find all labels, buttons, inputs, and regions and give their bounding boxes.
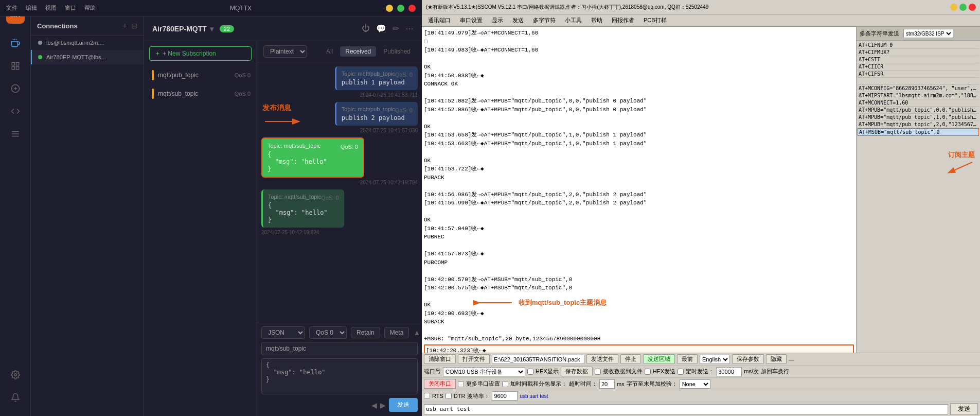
hide-btn[interactable]: 隐藏 [766, 354, 787, 364]
hex-send-checkbox[interactable] [645, 369, 651, 375]
tab-published[interactable]: Published [378, 46, 416, 57]
multistr-item-6[interactable]: AT+MCONFIG="866289037465624", "user", "p… [858, 85, 979, 92]
connection-item-1[interactable]: lbs@lbsmqtt.airm2m.... [31, 36, 144, 50]
sscom-maximize[interactable] [959, 4, 967, 11]
subscription-item-2[interactable]: mqtt/sub_topic QoS 0 [144, 84, 257, 103]
sidebar-item-bell[interactable] [6, 388, 25, 407]
edit-icon[interactable]: ✏ [393, 24, 399, 33]
qos-select[interactable]: QoS 0 QoS 1 QoS 2 [309, 326, 347, 339]
more-port-checkbox[interactable] [458, 381, 464, 387]
multistr-title: 多条字符串发送 stm32/GB32 ISP STC/IAP15 ISP [857, 27, 980, 41]
multistr-item-3[interactable]: AT+CIICR [858, 63, 979, 71]
sub-topic-name-2: mqtt/sub_topic [158, 90, 198, 97]
multistr-item-5[interactable] [858, 78, 979, 85]
send-btn[interactable]: 发送 [950, 403, 978, 415]
checksum-select[interactable]: None [680, 379, 710, 389]
multistr-item-0[interactable]: AT+CIFNUM 0 [858, 42, 979, 49]
most-btn[interactable]: 最前 [677, 354, 698, 364]
sidebar-item-code[interactable] [6, 102, 25, 120]
app-menu-window[interactable]: 窗口 [65, 4, 76, 12]
meta-button[interactable]: Meta [384, 327, 409, 338]
tab-received[interactable]: Received [340, 46, 376, 57]
sscom-minimize[interactable] [950, 4, 957, 11]
sscom-menu-pcb[interactable]: PCB打样 [639, 15, 671, 25]
send-button[interactable]: 发送 [389, 398, 418, 412]
file-path-input[interactable] [492, 355, 584, 364]
close-button[interactable] [408, 5, 416, 12]
receive-file-checkbox[interactable] [595, 369, 601, 375]
sscom-menu-author[interactable]: 回报作者 [608, 15, 638, 25]
multistr-item-7[interactable]: AT+MIPSTART="lbsmqtt.airm2m.com","1884" [858, 92, 979, 99]
open-file-btn[interactable]: 打开文件 [458, 354, 490, 364]
app-menu-edit[interactable]: 编辑 [26, 4, 37, 12]
multistr-item-11[interactable]: AT+MPUB="mqtt/pub_topic",2,0,"1234567890… [858, 121, 979, 128]
conn-dropdown-icon[interactable]: ▾ [210, 25, 213, 33]
plaintext-select[interactable]: Plaintext JSON Hex [263, 45, 307, 58]
move-right-button[interactable]: ▶ [380, 398, 386, 412]
clear-window-btn[interactable]: 清除窗口 [424, 354, 456, 364]
message-item-2: Topic: mqtt/pub_topic QoS: 0 publish 2 p… [261, 102, 418, 133]
new-subscription-button[interactable]: + + New Subscription [149, 46, 252, 61]
sscom-menu-help[interactable]: 帮助 [587, 15, 607, 25]
send-input[interactable] [424, 404, 948, 414]
hex-display-checkbox[interactable] [527, 369, 533, 375]
maximize-button[interactable] [397, 5, 404, 12]
layout-icon[interactable]: ⊟ [131, 22, 137, 30]
timed-send-checkbox[interactable] [678, 369, 684, 375]
add-newline-cb[interactable] [502, 381, 508, 387]
timeout-input[interactable] [599, 379, 615, 389]
chat-icon[interactable]: 💬 [376, 24, 386, 33]
move-left-button[interactable]: ◀ [371, 398, 377, 412]
sidebar-item-list[interactable] [6, 125, 25, 143]
port-select[interactable]: COM10 USB 串行设备 [443, 367, 525, 376]
retain-button[interactable]: Retain [351, 327, 380, 338]
dtr-checkbox[interactable] [446, 393, 452, 399]
multistr-item-12[interactable]: AT+MSUB="mqtt/sub_topic",0 [858, 128, 979, 136]
sscom-menu-send[interactable]: 发送 [508, 15, 528, 25]
multistr-item-2[interactable]: AT+CSTT [858, 56, 979, 63]
send-section-btn[interactable]: 发送区域 [643, 354, 675, 364]
sidebar-item-add[interactable] [6, 79, 25, 98]
sidebar-item-connections[interactable] [6, 34, 25, 53]
multistr-selector[interactable]: stm32/GB32 ISP STC/IAP15 ISP [903, 29, 953, 38]
save-param-btn[interactable]: 保存参数 [732, 354, 764, 364]
close-port-btn[interactable]: 关闭串口 [424, 379, 456, 389]
format-select[interactable]: JSON Plaintext [261, 326, 305, 339]
sscom-menu-serial-settings[interactable]: 串口设置 [456, 15, 487, 25]
sidebar-item-grid[interactable] [6, 57, 25, 75]
more-port-label: 更多串口设置 [466, 380, 500, 388]
rts-checkbox[interactable] [424, 393, 430, 399]
subscription-item-1[interactable]: mqtt/pub_topic QoS 0 [144, 66, 257, 84]
multistr-item-1[interactable]: AT+CIFMUX? [858, 49, 979, 56]
app-menu-file[interactable]: 文件 [6, 4, 17, 12]
sscom-menu-display[interactable]: 显示 [488, 15, 507, 25]
stop-btn[interactable]: 停止 [620, 354, 641, 364]
sscom-menu-tools[interactable]: 小工具 [561, 15, 586, 25]
multistr-item-4[interactable]: AT+CIFSR [858, 71, 979, 78]
multistr-item-9[interactable]: AT+MPUB="mqtt/pub_topic",0,0,"publish 0 … [858, 107, 979, 114]
sscom-menu-multibyte[interactable]: 多字节符 [529, 15, 560, 25]
add-connection-icon[interactable]: + [123, 22, 127, 30]
multistr-item-10[interactable]: AT+MPUB="mqtt/pub_topic",1,0,"publish 1 … [858, 114, 979, 121]
more-icon[interactable]: ⋯ [405, 24, 414, 33]
power-icon[interactable]: ⏻ [362, 24, 370, 33]
connection-item-2[interactable]: Air780EP-MQTT@lbs... [31, 50, 144, 64]
app-menu-help[interactable]: 帮助 [84, 4, 96, 12]
sidebar-item-settings[interactable] [6, 366, 25, 384]
message-count-badge: 22 [220, 25, 234, 32]
tab-all[interactable]: All [321, 46, 338, 57]
language-select[interactable]: English中文 [700, 355, 730, 364]
timed-ms-input[interactable] [716, 367, 742, 376]
multistr-item-8[interactable]: AT+MCONNECT=1,60 [858, 99, 979, 107]
baud-input[interactable] [492, 391, 518, 401]
scroll-up-button[interactable]: ▲ [413, 328, 420, 337]
minimize-button[interactable] [386, 5, 393, 12]
sscom-close[interactable] [969, 4, 976, 11]
topic-input[interactable] [261, 342, 418, 355]
message-bubble-4: Topic: mqtt/sub_topic QoS: 0 { "msg": "h… [261, 189, 344, 228]
save-data-btn[interactable]: 保存数据 [561, 367, 593, 376]
app-menu-view[interactable]: 视图 [45, 4, 57, 12]
message-body-input[interactable]: { "msg": "hello" } [261, 358, 418, 394]
sscom-menu-port[interactable]: 通讯端口 [424, 15, 455, 25]
send-file-btn[interactable]: 发送文件 [586, 354, 618, 364]
